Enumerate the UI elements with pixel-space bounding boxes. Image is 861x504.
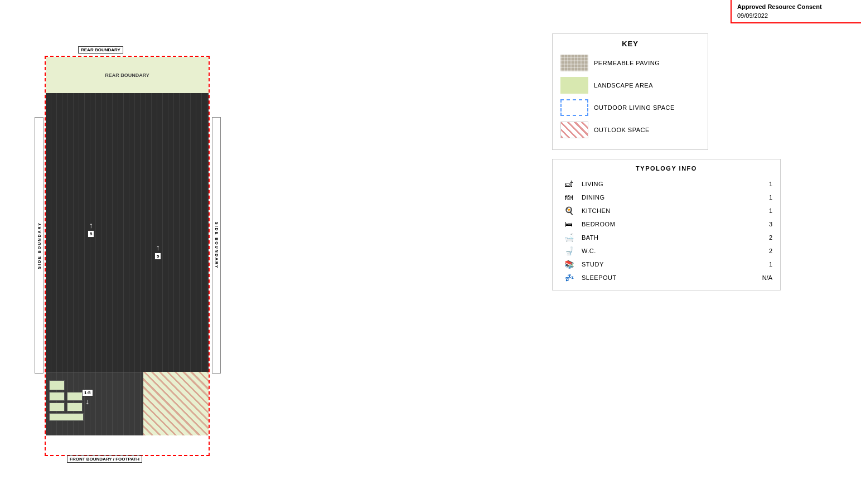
typology-row: 💤 SLEEPOUT N/A (560, 271, 772, 284)
key-label-outdoor: OUTDOOR LIVING SPACE (594, 104, 675, 111)
bottom-landscape (143, 372, 209, 435)
key-swatch-landscape (560, 77, 588, 94)
typology-value: 1 (756, 207, 772, 214)
typology-icon: 🍳 (560, 206, 577, 215)
typology-row: 🛁 BATH 2 (560, 231, 772, 244)
typology-name: DINING (582, 194, 751, 201)
typology-name: KITCHEN (582, 207, 751, 214)
key-label-outlook: OUTLOOK SPACE (594, 127, 650, 133)
typology-row: 📚 STUDY 1 (560, 258, 772, 271)
key-item-outlook: OUTLOOK SPACE (560, 122, 700, 138)
side-bar-left: SIDE BOUNDARY (35, 117, 43, 374)
parking-row-2 (49, 403, 84, 411)
stamp-title: Approved Resource Consent (737, 3, 855, 10)
typology-value: 2 (756, 248, 772, 254)
typology-value: 1 (756, 261, 772, 268)
typology-icon: 🛏 (560, 220, 577, 229)
typology-icon: 🍽 (560, 193, 577, 202)
parking-row-1 (49, 392, 84, 401)
typology-name: W.C. (582, 248, 751, 254)
side-boundary-left-label: SIDE BOUNDARY (37, 222, 41, 269)
stamp-date: 09/09/2022 (737, 12, 855, 19)
typology-value: 3 (756, 221, 772, 227)
typology-icon: 🛁 (560, 233, 577, 242)
typology-icon: 🛋 (560, 180, 577, 188)
key-item-permeable: PERMEABLE PAVING (560, 55, 700, 71)
parking-spot-wide (49, 413, 84, 421)
side-boundary-right-label: SIDE BOUNDARY (215, 222, 219, 269)
typology-row: 🛏 BEDROOM 3 (560, 217, 772, 231)
typology-title: TYPOLOGY INFO (560, 165, 772, 172)
key-panel: KEY PERMEABLE PAVING LANDSCAPE AREA OUTD… (552, 33, 708, 150)
typology-name: STUDY (582, 261, 751, 268)
key-item-outdoor: OUTDOOR LIVING SPACE (560, 99, 700, 116)
key-swatch-outdoor (560, 99, 588, 116)
parking-spot (49, 392, 65, 401)
parking-spot (49, 380, 65, 390)
parking-spot (67, 392, 83, 401)
key-swatch-permeable (560, 55, 588, 71)
typology-value: 1 (756, 194, 772, 201)
parking-spot (67, 403, 83, 411)
rear-landscape: REAR BOUNDARY (46, 57, 209, 93)
outlook-hatch (143, 372, 209, 435)
typology-panel: TYPOLOGY INFO 🛋 LIVING 1 🍽 DINING 1 🍳 KI… (552, 159, 781, 290)
key-title: KEY (560, 40, 700, 48)
arrow-indicator-1: ↑ 5 (88, 221, 94, 238)
rear-boundary-top-label: REAR BOUNDARY (78, 46, 123, 54)
typology-value: 1 (756, 181, 772, 187)
parking-row-3 (49, 413, 84, 421)
site-plan-container: REAR BOUNDARY REAR BOUNDARY ↑ 5 ↑ 5 1:5 … (33, 33, 223, 457)
key-label-landscape: LANDSCAPE AREA (594, 82, 653, 89)
building-main: ↑ 5 ↑ 5 (46, 93, 209, 372)
indicator-box-2: 5 (154, 253, 161, 260)
key-swatch-outlook (560, 122, 588, 138)
parking-area (49, 380, 84, 421)
typology-rows-container: 🛋 LIVING 1 🍽 DINING 1 🍳 KITCHEN 1 🛏 BEDR… (560, 177, 772, 284)
arrow-indicator-2: ↑ 5 (154, 244, 161, 260)
typology-name: SLEEPOUT (582, 274, 751, 281)
arrow-up-1: ↑ (89, 221, 93, 229)
typology-row: 🛋 LIVING 1 (560, 177, 772, 191)
side-bar-right: SIDE BOUNDARY (212, 117, 221, 374)
front-boundary-label: FRONT BOUNDARY / FOOTPATH (67, 455, 142, 463)
indicator-box-1: 5 (88, 230, 94, 238)
key-label-permeable: PERMEABLE PAVING (594, 60, 660, 66)
typology-row: 🍽 DINING 1 (560, 191, 772, 204)
rear-boundary-inside-label: REAR BOUNDARY (105, 72, 149, 78)
typology-value: N/A (756, 274, 772, 281)
typology-name: BATH (582, 234, 751, 241)
parking-spot (49, 403, 65, 411)
stamp-area: Approved Resource Consent 09/09/2022 (731, 0, 861, 23)
typology-icon: 🚽 (560, 246, 577, 255)
typology-name: LIVING (582, 181, 751, 187)
typology-value: 2 (756, 234, 772, 241)
typology-row: 🚽 W.C. 2 (560, 244, 772, 258)
typology-icon: 💤 (560, 273, 577, 282)
arrow-up-2: ↑ (156, 244, 160, 251)
typology-icon: 📚 (560, 260, 577, 269)
key-item-landscape: LANDSCAPE AREA (560, 77, 700, 94)
parking-row-0 (49, 380, 84, 390)
stripe-overlay (46, 93, 209, 372)
arrow-down-lower: ↓ (85, 398, 89, 405)
typology-row: 🍳 KITCHEN 1 (560, 204, 772, 217)
typology-name: BEDROOM (582, 221, 751, 227)
